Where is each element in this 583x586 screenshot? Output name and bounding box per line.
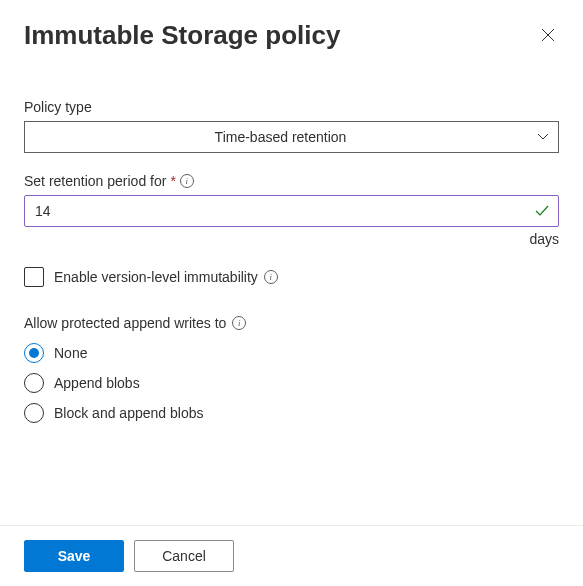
close-button[interactable] bbox=[537, 24, 559, 50]
radio-none[interactable] bbox=[24, 343, 44, 363]
panel-footer: Save Cancel bbox=[0, 525, 583, 586]
retention-unit: days bbox=[24, 231, 559, 247]
radio-block-append[interactable] bbox=[24, 403, 44, 423]
info-icon[interactable]: i bbox=[264, 270, 278, 284]
close-icon bbox=[541, 28, 555, 42]
policy-type-select[interactable]: Time-based retention bbox=[24, 121, 559, 153]
panel-header: Immutable Storage policy bbox=[24, 20, 559, 51]
version-level-row: Enable version-level immutability i bbox=[24, 267, 559, 287]
cancel-button[interactable]: Cancel bbox=[134, 540, 234, 572]
radio-append[interactable] bbox=[24, 373, 44, 393]
save-button[interactable]: Save bbox=[24, 540, 124, 572]
info-icon[interactable]: i bbox=[180, 174, 194, 188]
version-level-checkbox[interactable] bbox=[24, 267, 44, 287]
radio-row-append: Append blobs bbox=[24, 373, 559, 393]
append-writes-label: Allow protected append writes to i bbox=[24, 315, 559, 331]
radio-row-block-append: Block and append blobs bbox=[24, 403, 559, 423]
retention-label: Set retention period for * i bbox=[24, 173, 559, 189]
radio-block-append-label: Block and append blobs bbox=[54, 405, 203, 421]
policy-type-label: Policy type bbox=[24, 99, 559, 115]
panel-title: Immutable Storage policy bbox=[24, 20, 340, 51]
info-icon[interactable]: i bbox=[232, 316, 246, 330]
radio-row-none: None bbox=[24, 343, 559, 363]
retention-field: Set retention period for * i days bbox=[24, 173, 559, 247]
append-writes-group: Allow protected append writes to i None … bbox=[24, 315, 559, 423]
required-indicator: * bbox=[170, 173, 175, 189]
radio-none-label: None bbox=[54, 345, 87, 361]
version-level-label: Enable version-level immutability i bbox=[54, 269, 278, 285]
policy-type-value: Time-based retention bbox=[215, 129, 347, 145]
retention-input[interactable] bbox=[24, 195, 559, 227]
radio-append-label: Append blobs bbox=[54, 375, 140, 391]
policy-type-field: Policy type Time-based retention bbox=[24, 99, 559, 153]
